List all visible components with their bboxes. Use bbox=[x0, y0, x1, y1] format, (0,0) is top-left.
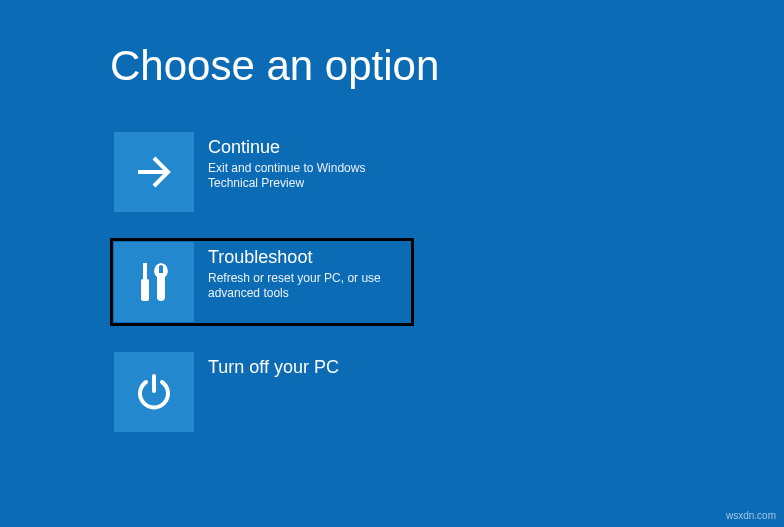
option-troubleshoot[interactable]: Troubleshoot Refresh or reset your PC, o… bbox=[110, 238, 414, 326]
tools-icon bbox=[114, 242, 194, 322]
arrow-right-icon bbox=[114, 132, 194, 212]
option-description: Refresh or reset your PC, or use advance… bbox=[208, 271, 403, 301]
option-title: Turn off your PC bbox=[208, 356, 339, 378]
option-title: Continue bbox=[208, 136, 403, 158]
svg-rect-1 bbox=[143, 263, 147, 266]
option-description: Exit and continue to Windows Technical P… bbox=[208, 161, 403, 191]
option-title: Troubleshoot bbox=[208, 246, 403, 268]
option-text: Turn off your PC bbox=[194, 352, 339, 381]
page-title: Choose an option bbox=[110, 42, 439, 90]
svg-rect-3 bbox=[141, 279, 149, 301]
power-icon bbox=[114, 352, 194, 432]
option-continue[interactable]: Continue Exit and continue to Windows Te… bbox=[110, 128, 414, 216]
svg-marker-2 bbox=[143, 266, 147, 279]
options-list: Continue Exit and continue to Windows Te… bbox=[110, 128, 414, 458]
option-text: Troubleshoot Refresh or reset your PC, o… bbox=[194, 242, 403, 301]
option-turnoff[interactable]: Turn off your PC bbox=[110, 348, 414, 436]
option-text: Continue Exit and continue to Windows Te… bbox=[194, 132, 403, 191]
watermark: wsxdn.com bbox=[726, 510, 776, 521]
